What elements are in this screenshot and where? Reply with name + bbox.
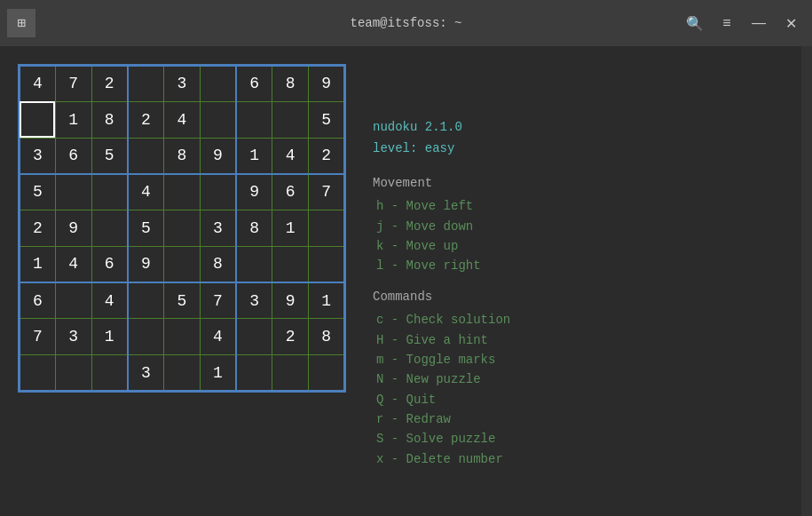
- sudoku-cell[interactable]: [164, 174, 201, 210]
- sudoku-cell[interactable]: 6: [55, 138, 91, 174]
- sudoku-cell[interactable]: 8: [272, 66, 309, 102]
- commands-section: Commands c - Check solution H - Give a h…: [373, 287, 510, 470]
- sudoku-cell[interactable]: [200, 101, 236, 138]
- sudoku-cell[interactable]: 2: [20, 210, 56, 247]
- sudoku-cell[interactable]: 3: [20, 138, 56, 174]
- sudoku-cell[interactable]: [55, 174, 91, 210]
- sudoku-grid: 4723689182453658914254967295381146986457…: [18, 64, 346, 393]
- sudoku-cell[interactable]: 1: [55, 101, 91, 138]
- app-icon: ⊞: [7, 9, 35, 37]
- movement-k: k - Move up: [373, 236, 510, 256]
- sudoku-cell[interactable]: 1: [236, 138, 272, 174]
- sudoku-cell[interactable]: 7: [20, 319, 56, 355]
- sudoku-cell[interactable]: 8: [164, 138, 201, 174]
- sudoku-cell[interactable]: [20, 355, 56, 392]
- sudoku-cell[interactable]: 2: [272, 319, 309, 355]
- sudoku-cell[interactable]: 4: [91, 282, 128, 319]
- minimize-button[interactable]: —: [745, 9, 773, 37]
- movement-h: h - Move left: [373, 196, 510, 216]
- sudoku-cell[interactable]: [91, 355, 128, 392]
- sudoku-cell[interactable]: 4: [164, 101, 201, 138]
- sudoku-cell[interactable]: 8: [236, 210, 272, 247]
- sudoku-cell[interactable]: 8: [309, 319, 345, 355]
- content-area: 4723689182453658914254967295381146986457…: [0, 46, 812, 516]
- sudoku-cell[interactable]: 1: [200, 355, 236, 392]
- sudoku-cell[interactable]: [55, 355, 91, 392]
- sudoku-cell[interactable]: [164, 355, 201, 392]
- sudoku-cell[interactable]: 6: [91, 246, 128, 282]
- sudoku-cell[interactable]: 2: [91, 66, 128, 102]
- titlebar-left: ⊞: [7, 9, 35, 37]
- menu-button[interactable]: ≡: [713, 9, 741, 37]
- sudoku-cell[interactable]: 6: [20, 282, 56, 319]
- sudoku-cell[interactable]: [128, 282, 164, 319]
- sudoku-cell[interactable]: [55, 282, 91, 319]
- sudoku-cell[interactable]: 9: [55, 210, 91, 247]
- sudoku-cell[interactable]: 8: [200, 246, 236, 282]
- sudoku-cell[interactable]: [309, 355, 345, 392]
- cmd-S: S - Solve puzzle: [373, 429, 510, 449]
- scrollbar[interactable]: [801, 46, 812, 516]
- sudoku-cell[interactable]: [91, 174, 128, 210]
- table-row: 295381: [20, 210, 345, 247]
- sudoku-cell[interactable]: [20, 101, 56, 138]
- sudoku-cell[interactable]: 4: [128, 174, 164, 210]
- sudoku-cell[interactable]: [164, 246, 201, 282]
- sudoku-cell[interactable]: [128, 319, 164, 355]
- sudoku-cell[interactable]: [272, 101, 309, 138]
- sudoku-cell[interactable]: 7: [200, 282, 236, 319]
- sudoku-cell[interactable]: 9: [200, 138, 236, 174]
- sudoku-cell[interactable]: 1: [272, 210, 309, 247]
- sudoku-cell[interactable]: 5: [309, 101, 345, 138]
- sudoku-cell[interactable]: [236, 355, 272, 392]
- sudoku-cell[interactable]: 7: [55, 66, 91, 102]
- sudoku-cell[interactable]: [91, 210, 128, 247]
- sudoku-cell[interactable]: 1: [20, 246, 56, 282]
- sudoku-cell[interactable]: [236, 319, 272, 355]
- sudoku-cell[interactable]: 6: [236, 66, 272, 102]
- sudoku-cell[interactable]: 4: [55, 246, 91, 282]
- sudoku-cell[interactable]: [236, 246, 272, 282]
- sudoku-cell[interactable]: [128, 66, 164, 102]
- sudoku-cell[interactable]: 1: [309, 282, 345, 319]
- sudoku-cell[interactable]: 3: [164, 66, 201, 102]
- main-content: 4723689182453658914254967295381146986457…: [0, 46, 801, 516]
- sudoku-cell[interactable]: 4: [200, 319, 236, 355]
- sudoku-cell[interactable]: [128, 138, 164, 174]
- cmd-x: x - Delete number: [373, 449, 510, 469]
- sudoku-cell[interactable]: [164, 210, 201, 247]
- sudoku-cell[interactable]: 9: [309, 66, 345, 102]
- sudoku-cell[interactable]: [272, 355, 309, 392]
- sudoku-cell[interactable]: [309, 246, 345, 282]
- sudoku-cell[interactable]: 4: [272, 138, 309, 174]
- sudoku-cell[interactable]: [164, 319, 201, 355]
- window-title: team@itsfoss: ~: [350, 16, 461, 30]
- sudoku-cell[interactable]: 2: [128, 101, 164, 138]
- table-row: 54967: [20, 174, 345, 210]
- sudoku-cell[interactable]: 6: [272, 174, 309, 210]
- sudoku-cell[interactable]: 3: [236, 282, 272, 319]
- sudoku-cell[interactable]: 9: [236, 174, 272, 210]
- sudoku-cell[interactable]: [272, 246, 309, 282]
- sudoku-cell[interactable]: 3: [200, 210, 236, 247]
- sudoku-cell[interactable]: 8: [91, 101, 128, 138]
- sudoku-cell[interactable]: 9: [272, 282, 309, 319]
- search-button[interactable]: 🔍: [681, 9, 709, 37]
- sudoku-cell[interactable]: 5: [128, 210, 164, 247]
- sudoku-cell[interactable]: 2: [309, 138, 345, 174]
- sudoku-cell[interactable]: 5: [164, 282, 201, 319]
- sudoku-cell[interactable]: 1: [91, 319, 128, 355]
- sudoku-cell[interactable]: 3: [128, 355, 164, 392]
- sudoku-cell[interactable]: 5: [20, 174, 56, 210]
- sudoku-cell[interactable]: 4: [20, 66, 56, 102]
- sudoku-cell[interactable]: [200, 66, 236, 102]
- sudoku-cell[interactable]: [236, 101, 272, 138]
- sudoku-cell[interactable]: 3: [55, 319, 91, 355]
- sudoku-cell[interactable]: [200, 174, 236, 210]
- sudoku-cell[interactable]: 5: [91, 138, 128, 174]
- sudoku-cell[interactable]: 9: [128, 246, 164, 282]
- sudoku-cell[interactable]: [309, 210, 345, 247]
- cmd-r: r - Redraw: [373, 409, 510, 429]
- close-button[interactable]: ✕: [777, 9, 805, 37]
- sudoku-cell[interactable]: 7: [309, 174, 345, 210]
